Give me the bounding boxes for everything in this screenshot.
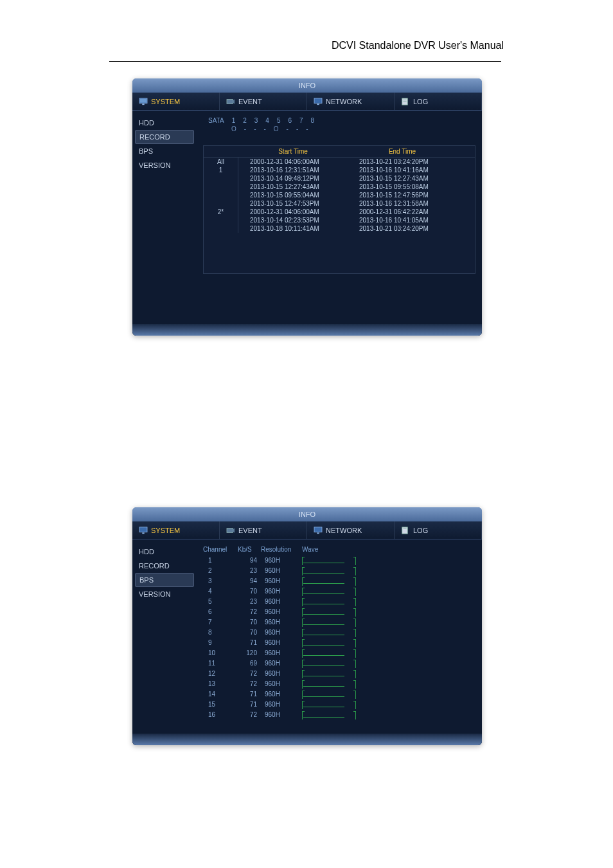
cell-name bbox=[204, 174, 238, 183]
tab-event[interactable]: EVENT bbox=[220, 521, 307, 539]
sata-port: 2 bbox=[243, 117, 247, 124]
cell-end: 2013-10-15 09:55:08AM bbox=[348, 183, 457, 191]
cell-name: 1 bbox=[204, 166, 238, 174]
sata-status: - bbox=[244, 125, 246, 132]
table-row[interactable]: 2013-10-14 09:48:12PM2013-10-15 12:27:43… bbox=[204, 174, 475, 183]
wave-icon bbox=[302, 609, 356, 615]
sidebar-item-hdd[interactable]: HDD bbox=[132, 116, 197, 130]
cell-name bbox=[204, 183, 238, 191]
cell-name bbox=[204, 224, 238, 233]
svg-rect-11 bbox=[142, 532, 144, 534]
table-row[interactable]: 12013-10-16 12:31:51AM2013-10-16 10:41:1… bbox=[204, 166, 475, 174]
col-header-start: Start Time bbox=[238, 148, 348, 155]
svg-rect-6 bbox=[317, 104, 319, 105]
cell-wave bbox=[302, 640, 366, 646]
cell-kbs: 72 bbox=[238, 679, 261, 689]
cell-wave bbox=[302, 568, 366, 574]
wave-icon bbox=[302, 691, 356, 698]
content-record: SATA 1 2 3 4 5 6 7 8 O - - - O - - - bbox=[197, 111, 482, 336]
cell-start: 2013-10-14 09:48:12PM bbox=[238, 174, 348, 183]
cell-wave bbox=[302, 557, 366, 564]
table-row: 1571960H bbox=[203, 700, 475, 710]
manual-title: DCVI Standalone DVR User's Manual bbox=[332, 40, 504, 51]
tab-system[interactable]: SYSTEM bbox=[132, 521, 220, 539]
tab-row: SYSTEM EVENT NETWORK LOG bbox=[132, 93, 482, 111]
tab-network[interactable]: NETWORK bbox=[307, 521, 395, 539]
svg-rect-3 bbox=[227, 99, 233, 104]
col-header-channel: Channel bbox=[203, 546, 238, 553]
cell-channel: 4 bbox=[203, 586, 238, 597]
table-row[interactable]: 2013-10-15 12:47:53PM2013-10-16 12:31:58… bbox=[204, 199, 475, 208]
cell-start: 2000-12-31 04:06:00AM bbox=[238, 208, 348, 216]
cell-channel: 1 bbox=[203, 556, 238, 566]
sata-label: SATA bbox=[208, 117, 224, 124]
info-window-record: INFO SYSTEM EVENT NETWORK LOG bbox=[132, 78, 482, 336]
cell-channel: 15 bbox=[203, 700, 238, 710]
sidebar-item-record[interactable]: RECORD bbox=[135, 130, 194, 144]
tab-event[interactable]: EVENT bbox=[220, 93, 307, 110]
table-row: 394960H bbox=[203, 576, 475, 586]
cell-kbs: 71 bbox=[238, 689, 261, 700]
titlebar: INFO bbox=[132, 507, 482, 521]
sata-port: 1 bbox=[232, 117, 236, 124]
camera-icon bbox=[226, 527, 235, 534]
wave-icon bbox=[302, 578, 356, 584]
cell-wave bbox=[302, 712, 366, 718]
table-row: 470960H bbox=[203, 586, 475, 597]
sidebar-item-bps[interactable]: BPS bbox=[132, 144, 197, 158]
sidebar-item-bps[interactable]: BPS bbox=[135, 573, 194, 587]
cell-end: 2013-10-16 10:41:05AM bbox=[348, 216, 457, 224]
cell-wave bbox=[302, 671, 366, 677]
sata-status: - bbox=[254, 125, 256, 132]
tab-network[interactable]: NETWORK bbox=[307, 93, 395, 110]
divider bbox=[109, 61, 501, 62]
cell-kbs: 71 bbox=[238, 638, 261, 648]
cell-kbs: 70 bbox=[238, 628, 261, 638]
sata-port: 6 bbox=[288, 117, 292, 124]
monitor-icon bbox=[139, 98, 148, 105]
tab-label: LOG bbox=[413, 98, 428, 105]
cell-kbs: 70 bbox=[238, 617, 261, 628]
cell-kbs: 69 bbox=[238, 658, 261, 669]
cell-kbs: 71 bbox=[238, 700, 261, 710]
wave-icon bbox=[302, 671, 356, 677]
cell-name bbox=[204, 199, 238, 208]
cell-resolution: 960H bbox=[261, 617, 302, 628]
table-row[interactable]: 2013-10-18 10:11:41AM2013-10-21 03:24:20… bbox=[204, 224, 475, 233]
table-row[interactable]: 2*2000-12-31 04:06:00AM2000-12-31 06:42:… bbox=[204, 208, 475, 216]
cell-channel: 6 bbox=[203, 607, 238, 617]
network-icon bbox=[314, 527, 323, 534]
sidebar-item-version[interactable]: VERSION bbox=[132, 587, 197, 601]
cell-end: 2013-10-21 03:24:20PM bbox=[348, 224, 457, 233]
table-row[interactable]: 2013-10-15 09:55:04AM2013-10-15 12:47:56… bbox=[204, 191, 475, 199]
wave-icon bbox=[302, 650, 356, 656]
network-icon bbox=[314, 98, 323, 105]
col-header-wave: Wave bbox=[302, 546, 341, 553]
tab-log[interactable]: LOG bbox=[395, 93, 482, 110]
wave-icon bbox=[302, 681, 356, 687]
col-header-end: End Time bbox=[348, 148, 457, 155]
sidebar-item-record[interactable]: RECORD bbox=[132, 559, 197, 573]
cell-channel: 12 bbox=[203, 669, 238, 679]
cell-channel: 5 bbox=[203, 597, 238, 607]
cell-start: 2013-10-15 12:27:43AM bbox=[238, 183, 348, 191]
cell-wave bbox=[302, 660, 366, 667]
wave-icon bbox=[302, 599, 356, 605]
table-row[interactable]: 2013-10-14 02:23:53PM2013-10-16 10:41:05… bbox=[204, 216, 475, 224]
svg-rect-14 bbox=[314, 527, 322, 532]
table-row[interactable]: 2013-10-15 12:27:43AM2013-10-15 09:55:08… bbox=[204, 183, 475, 191]
tab-log[interactable]: LOG bbox=[395, 521, 482, 539]
table-row[interactable]: All2000-12-31 04:06:00AM2013-10-21 03:24… bbox=[204, 158, 475, 166]
sidebar-item-hdd[interactable]: HDD bbox=[132, 545, 197, 559]
sidebar-item-version[interactable]: VERSION bbox=[132, 158, 197, 172]
monitor-icon bbox=[139, 527, 148, 534]
record-table-header: Start Time End Time bbox=[204, 146, 475, 158]
wave-icon bbox=[302, 712, 356, 718]
cell-name bbox=[204, 216, 238, 224]
cell-resolution: 960H bbox=[261, 607, 302, 617]
cell-resolution: 960H bbox=[261, 597, 302, 607]
table-row: 1471960H bbox=[203, 689, 475, 700]
sidebar: HDD RECORD BPS VERSION bbox=[132, 111, 197, 336]
tab-label: EVENT bbox=[238, 527, 262, 534]
tab-system[interactable]: SYSTEM bbox=[132, 93, 220, 110]
